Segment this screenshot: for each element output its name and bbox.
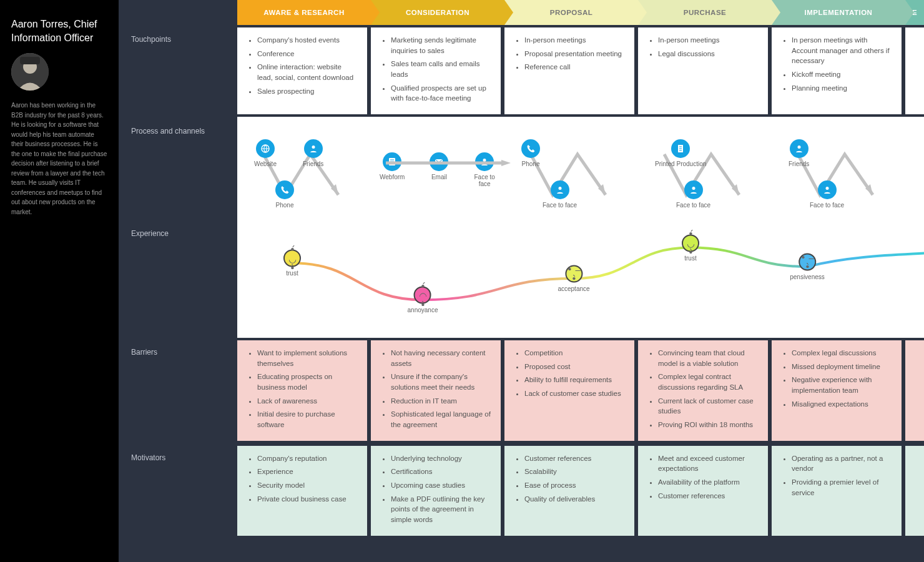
list-item: Kickoff meeting	[792, 69, 893, 80]
journey-grid: AWARE & RESEARCHCONSIDERATIONPROPOSALPUR…	[119, 0, 924, 562]
process-node-label: Phone	[276, 202, 294, 209]
svg-point-15	[692, 187, 695, 190]
phone-icon	[275, 180, 294, 199]
list-item: Competition	[524, 348, 626, 358]
touchpoint-cell: Company's hosted eventsConferenceOnline …	[237, 27, 367, 114]
process-node: Email	[430, 152, 448, 180]
process-node-label: Printed Production	[655, 160, 706, 167]
touchpoint-cell: In-person meetingsProposal presentation …	[504, 27, 634, 114]
motivator-cell: Underlying technologyCertificationsUpcom…	[371, 446, 501, 536]
row-barriers: Barriers Want to implement solutions the…	[119, 338, 924, 443]
journey-map: Aaron Torres, Chief Information Officer …	[0, 0, 924, 562]
svg-rect-2	[20, 57, 40, 64]
barrier-cell: Convincing team that cloud model is a vi…	[638, 340, 768, 441]
touchpoint-cell: Marketing sends legitimate inquiries to …	[371, 27, 501, 114]
list-item: Planning meeting	[792, 83, 893, 94]
list-item: Proposal presentation meeting	[524, 49, 626, 59]
persona-name-title: Aaron Torres, Chief Information Officer	[11, 17, 107, 44]
stage-label: IMPLEMENTATION	[805, 9, 873, 16]
emotion-label: acceptance	[558, 285, 589, 292]
process-node: Printed Production	[655, 139, 706, 167]
stage-header: PROPOSAL	[504, 0, 638, 25]
list-item: Legal discussions	[658, 49, 759, 59]
list-item: Reference call	[524, 62, 626, 72]
barrier-cell: Want to implement solutions themselvesEd…	[237, 340, 367, 441]
list-item: Ability to fulfill requirements	[524, 375, 626, 385]
list-item: Security model	[257, 480, 358, 491]
list-item: Educating prospects on business model	[257, 372, 358, 392]
stage-header: AWARE & RESEARCH	[237, 0, 371, 25]
list-item: Customer references	[524, 453, 626, 464]
emotion-face-icon: •́ ◡ •̀	[283, 250, 301, 267]
list-item: Upcoming case studies	[391, 480, 492, 491]
barrier-cell: Complex legal discussionsMissed deployme…	[772, 340, 902, 441]
persona-bio: Aaron has been working in the B2B indust…	[11, 101, 107, 217]
svg-point-18	[825, 187, 828, 190]
process-node: Phone	[275, 180, 294, 209]
list-item: Current lack of customer case studies	[658, 396, 759, 417]
row-label: Barriers	[119, 338, 237, 443]
emotion-face-icon: •́ – •̀	[565, 265, 582, 283]
user-icon	[551, 180, 569, 199]
row-label: Touchpoints	[119, 25, 237, 117]
list-item: Not having necessary content assets	[391, 348, 492, 368]
list-item: Operating as a partner, not a vendor	[792, 453, 893, 474]
list-item: Missed deployment timeline	[792, 362, 893, 372]
list-item: Reduction in IT team	[391, 396, 492, 407]
list-item: Certifications	[391, 466, 492, 477]
list-item: Want to implement solutions themselves	[257, 348, 358, 368]
row-label: Experience	[119, 219, 237, 338]
row-experience: Experience •́ ◡ •̀trust•́ ◠ •̀annoyance•…	[119, 219, 924, 338]
list-item: Experience	[257, 466, 358, 477]
persona-sidebar: Aaron Torres, Chief Information Officer …	[0, 0, 119, 562]
emotion-label: annoyance	[408, 307, 438, 313]
motivator-cell: Customer referencesScalabilityEase of pr…	[504, 446, 634, 536]
row-label: Process and channels	[119, 117, 237, 219]
list-item: Unsure if the company's solutions meet t…	[391, 372, 492, 392]
list-item: Proposed cost	[524, 362, 626, 372]
list-item: Sophisticated legal language of the agre…	[391, 409, 492, 430]
phone-icon	[521, 139, 540, 158]
barrier-cell: Not having necessary content assetsUnsur…	[371, 340, 501, 441]
list-item: Qualified prospects are set up with face…	[391, 83, 492, 104]
list-item: In-person meetings	[658, 35, 759, 46]
user-icon	[818, 180, 837, 199]
process-node: Phone	[521, 139, 540, 167]
list-item: Customer references	[658, 491, 759, 501]
emotion-node: •́ ◠ •̀annoyance	[408, 287, 438, 313]
experience-chart: •́ ◡ •̀trust•́ ◠ •̀annoyance•́ – •̀accep…	[237, 219, 924, 338]
process-node-label: Face to face	[676, 202, 710, 209]
doc-icon	[671, 139, 690, 158]
process-node-label: Phone	[522, 160, 540, 167]
stage-header: CONSIDERATION	[371, 0, 504, 25]
process-cell: WebformEmailFace to face	[371, 128, 504, 212]
list-item: Convincing team that cloud model is a vi…	[658, 348, 759, 368]
row-motivators: Motivators Company's reputationExperienc…	[119, 443, 924, 538]
emotion-face-icon: •́ ◡ •̀	[682, 234, 699, 252]
row-touchpoints: Touchpoints Company's hosted eventsConfe…	[119, 25, 924, 117]
list-item: Ease of process	[524, 480, 626, 491]
list-item: Scalability	[524, 466, 626, 477]
emotion-face-icon: •́ ◠ •̀	[414, 287, 431, 304]
list-item: Complex legal discussions	[792, 348, 893, 358]
stage-header: PURCHASE	[638, 0, 772, 25]
stage-label: CONSIDERATION	[406, 9, 469, 16]
list-item: Providing a premier level of service	[792, 477, 893, 498]
list-item: Sales team calls and emails leads	[391, 59, 492, 79]
list-item: Company's hosted events	[257, 35, 358, 46]
list-item: Lack of awareness	[257, 396, 358, 407]
barrier-cell: CompetitionProposed costAbility to fulfi…	[504, 340, 634, 441]
list-item: Lack of customer case studies	[524, 388, 626, 399]
process-node: Webform	[380, 152, 405, 180]
svg-point-5	[312, 145, 315, 149]
emotion-node: •́ ◡ •̀trust	[283, 250, 301, 277]
user-icon	[304, 139, 323, 158]
motivator-cell: Operating as a partner, not a vendorProv…	[772, 446, 902, 536]
process-node-label: Website	[254, 160, 277, 167]
process-node-label: Friends	[303, 160, 323, 167]
list-item: Online interaction: website lead, social…	[257, 62, 358, 82]
emotion-node: •́ – •̀pensiveness	[790, 254, 825, 280]
list-item: Misaligned expectations	[792, 399, 893, 410]
list-item: Private cloud business case	[257, 494, 358, 505]
touchpoint-cell: In-person meetingsLegal discussions	[638, 27, 768, 114]
